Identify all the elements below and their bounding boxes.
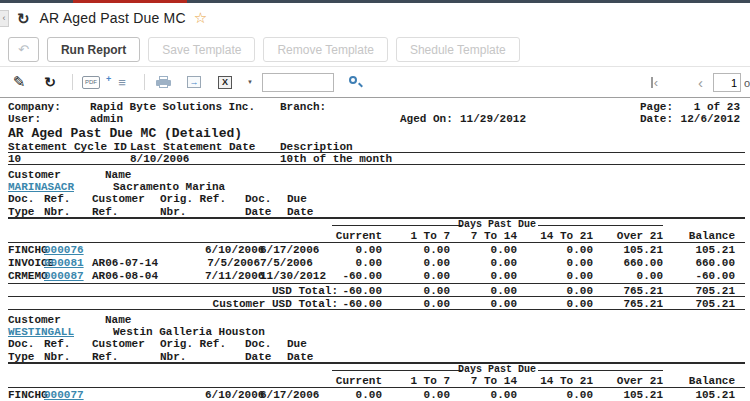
due-date-header-2: Date xyxy=(260,206,312,219)
current-cell: 0.00 xyxy=(312,389,382,401)
toolbar-separator xyxy=(72,74,73,90)
last-statement-date-value: 8/10/2006 xyxy=(130,153,189,165)
doc-date-cell: 7/11/2006 xyxy=(205,270,260,283)
export-dropdown-caret-icon[interactable]: ▼ xyxy=(247,79,253,85)
balance-cell: 660.00 xyxy=(663,257,735,270)
title-bar: ‹ ↻ AR Aged Past Due MC ☆ xyxy=(0,3,750,33)
doc-date-cell: 6/10/2006 xyxy=(205,244,260,257)
favorite-star-icon[interactable]: ☆ xyxy=(194,9,207,27)
orig-ref-header: Orig. Ref. xyxy=(160,193,205,206)
customer-header-row: Customer Name xyxy=(8,169,745,181)
search-input[interactable] xyxy=(262,73,334,92)
statement-cycle-id-value: 10 xyxy=(8,153,21,165)
doc-date-header-2: Date xyxy=(205,206,260,219)
ref-nbr-link[interactable]: 000077 xyxy=(44,389,92,401)
save-template-button[interactable]: Save Template xyxy=(148,37,255,62)
customer-ref-header: Customer xyxy=(92,193,160,206)
balance-cell: 105.21 xyxy=(663,389,735,401)
customer-row: MARINASACR Sacramento Marina xyxy=(8,181,745,193)
edit-report-icon[interactable]: ✎ xyxy=(10,73,28,91)
aged-on-value: 11/29/2012 xyxy=(460,113,526,125)
run-report-button[interactable]: Run Report xyxy=(47,37,140,62)
amount-header-row: Current 1 To 7 7 To 14 14 To 21 Over 21 … xyxy=(8,230,745,243)
toolbar-separator xyxy=(144,74,145,90)
statement-data-row: 10 8/10/2006 10th of the month xyxy=(8,153,745,165)
customer-name: Westin Galleria Houston xyxy=(113,326,265,338)
d7-14-cell: 0.00 xyxy=(450,389,517,401)
doc-header-2: Type xyxy=(8,351,44,364)
page-label: Page: xyxy=(640,101,673,113)
current-header: Current xyxy=(312,230,382,243)
report-header-line-2: User: admin Aged On: 11/29/2012 Date: 12… xyxy=(8,113,745,125)
table-row: CRMEMO 000087 AR06-08-04 7/11/2006 11/30… xyxy=(8,270,745,283)
cust-total-over-21: 765.21 xyxy=(593,298,663,311)
ref-header-2: Nbr. xyxy=(44,206,92,219)
customer-ref-header-2: Ref. xyxy=(92,351,160,364)
doc-date-cell: 6/10/2006 xyxy=(205,389,260,401)
d14-21-cell: 0.00 xyxy=(517,389,593,401)
ref-nbr-link[interactable]: 000081 xyxy=(44,257,92,270)
totals-block: USD Total: -60.00 0.00 0.00 0.00 765.21 … xyxy=(8,283,745,310)
d1-7-cell: 0.00 xyxy=(382,244,450,257)
undo-icon: ↶ xyxy=(18,42,29,57)
customer-name: Sacramento Marina xyxy=(113,181,225,193)
customer-header-row: Customer Name xyxy=(8,314,745,326)
current-header: Current xyxy=(312,375,382,388)
refresh-icon[interactable]: ↻ xyxy=(41,73,59,91)
due-date-cell: 6/17/2006 xyxy=(260,244,312,257)
balance-cell: 105.21 xyxy=(663,244,735,257)
doc-header-line-1: Doc. Ref. Customer Orig. Ref. Doc. Due xyxy=(8,338,745,351)
usd-total-d1-7: 0.00 xyxy=(382,285,450,298)
ref-header-2: Nbr. xyxy=(44,351,92,364)
due-date-cell: 11/30/2012 xyxy=(260,270,312,283)
report-canvas: Company: Rapid Byte Solutions Inc. Branc… xyxy=(0,98,750,401)
export-pdf-icon[interactable]: PDF xyxy=(82,73,100,91)
send-report-icon[interactable]: → xyxy=(185,73,203,91)
days-7-14-header: 7 To 14 xyxy=(450,230,517,243)
customer-id-link[interactable]: MARINASACR xyxy=(8,181,74,193)
reload-icon[interactable]: ↻ xyxy=(17,11,30,26)
search-icon[interactable] xyxy=(346,73,364,91)
doc-date-header-2: Date xyxy=(205,351,260,364)
chevron-left-icon: ‹ xyxy=(3,13,6,23)
days-7-14-header: 7 To 14 xyxy=(450,375,517,388)
balance-header: Balance xyxy=(663,230,735,243)
branch-label: Branch: xyxy=(280,101,326,113)
ref-header: Ref. xyxy=(44,338,92,351)
previous-page-icon[interactable]: ‹ xyxy=(698,74,703,91)
customer-header: Customer xyxy=(8,314,61,326)
statement-cycle-id-header: Statement Cycle ID xyxy=(8,141,127,153)
cust-total-d7-14: 0.00 xyxy=(450,298,517,311)
statement-header-row: Statement Cycle ID Last Statement Date D… xyxy=(8,141,745,153)
doc-date-header: Doc. xyxy=(205,193,260,206)
usd-total-balance: 705.21 xyxy=(663,285,735,298)
usd-total-row: USD Total: -60.00 0.00 0.00 0.00 765.21 … xyxy=(8,283,745,296)
group-rule-right xyxy=(538,370,663,371)
orig-ref-cell xyxy=(160,257,205,270)
ref-nbr-link[interactable]: 000087 xyxy=(44,270,92,283)
name-header: Name xyxy=(105,169,131,181)
doc-type-cell: FINCHG xyxy=(8,244,44,257)
page-number-input[interactable] xyxy=(713,73,741,92)
d1-7-cell: 0.00 xyxy=(382,270,450,283)
orig-ref-cell xyxy=(160,389,205,401)
first-page-icon[interactable]: ‹ xyxy=(651,77,658,88)
report-parameters-icon[interactable]: +≡ xyxy=(113,73,131,91)
export-excel-icon[interactable]: X xyxy=(216,73,234,91)
table-row: FINCHG 000077 6/10/2006 6/17/2006 0.00 0… xyxy=(8,389,745,401)
ref-nbr-link[interactable]: 000076 xyxy=(44,244,92,257)
undo-button[interactable]: ↶ xyxy=(8,37,39,62)
print-icon[interactable] xyxy=(154,73,172,91)
customer-header: Customer xyxy=(8,169,61,181)
date-label: Date: xyxy=(640,113,673,125)
doc-type-cell: INVOICE xyxy=(8,257,44,270)
orig-ref-header-2: Nbr. xyxy=(160,351,205,364)
schedule-template-button[interactable]: Shedule Template xyxy=(396,37,520,62)
customer-id-link[interactable]: WESTINGALL xyxy=(8,326,74,338)
current-cell: -60.00 xyxy=(312,270,382,283)
remove-template-button[interactable]: Remove Template xyxy=(263,37,388,62)
customer-ref-cell xyxy=(92,389,160,401)
sidebar-collapse-handle[interactable]: ‹ xyxy=(0,10,9,27)
aged-on-label: Aged On: xyxy=(400,113,453,125)
user-label: User: xyxy=(8,113,41,125)
